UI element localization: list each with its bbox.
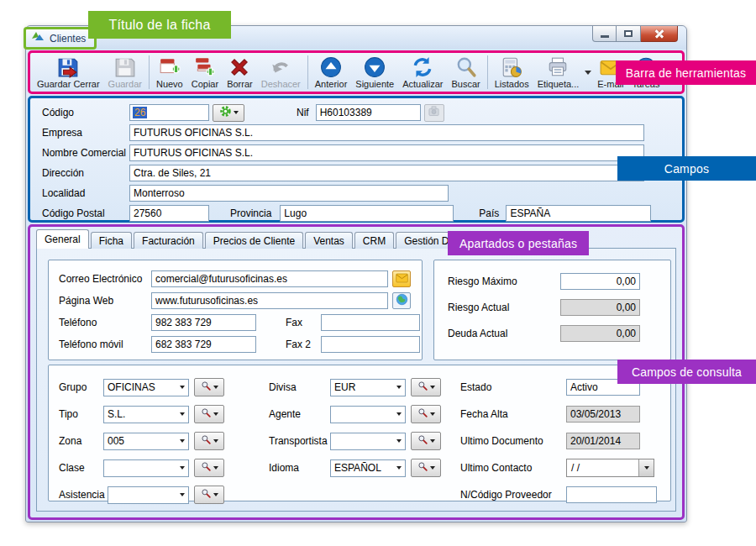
transportista-row: Transportista <box>269 428 441 454</box>
chevron-down-icon[interactable] <box>176 386 188 389</box>
ultimo-contacto-row: Ultimo Contacto / / <box>460 454 657 481</box>
tab-ventas[interactable]: Ventas <box>305 232 353 249</box>
tipo-combo[interactable]: S.L. <box>103 406 189 423</box>
asistencia-combo[interactable] <box>108 486 189 504</box>
chevron-down-icon <box>430 439 435 443</box>
magnifier-icon <box>417 381 428 394</box>
codigo-postal-input[interactable] <box>129 205 209 222</box>
magnifier-icon <box>201 488 212 501</box>
button-label: Guardar <box>108 79 142 89</box>
envelope-icon <box>396 273 408 286</box>
empresa-input[interactable] <box>129 124 644 141</box>
divisa-lookup-button[interactable] <box>411 378 441 396</box>
chevron-down-icon[interactable] <box>392 412 405 416</box>
correo-input[interactable] <box>151 270 388 287</box>
delete-button[interactable]: Borrar <box>223 53 257 92</box>
nombre-comercial-input[interactable] <box>129 144 644 161</box>
asistencia-lookup-button[interactable] <box>194 486 224 504</box>
contact-groupbox: Correo Electrónico Página Web Teléfono F… <box>48 260 423 360</box>
ultimo-contacto-datepicker[interactable]: / / <box>566 459 654 477</box>
transportista-lookup-button[interactable] <box>411 432 441 450</box>
reports-icon <box>501 56 522 78</box>
telefono-input[interactable] <box>151 314 256 331</box>
toolbar-separator <box>307 55 308 89</box>
close-button[interactable] <box>641 26 678 42</box>
new-button[interactable]: Nuevo <box>152 53 187 92</box>
tipo-lookup-button[interactable] <box>194 405 224 423</box>
codigo-options-button[interactable] <box>213 104 244 122</box>
grupo-label: Grupo <box>59 381 103 393</box>
movil-input[interactable] <box>151 336 256 353</box>
tab-ficha[interactable]: Ficha <box>91 232 132 249</box>
localidad-label: Localidad <box>42 187 129 199</box>
localidad-input[interactable] <box>129 185 449 202</box>
label-print-dropdown-icon[interactable] <box>585 71 591 75</box>
correo-row: Correo Electrónico <box>49 268 422 290</box>
idioma-combo[interactable]: ESPAÑOL <box>330 459 406 477</box>
save-close-button[interactable]: Guardar Cerrar <box>33 53 104 92</box>
fax2-input[interactable] <box>321 336 420 353</box>
send-email-button[interactable] <box>392 270 411 287</box>
chevron-down-icon[interactable] <box>176 493 188 496</box>
next-button[interactable]: Siguiente <box>351 53 398 92</box>
button-label: Nuevo <box>156 79 183 89</box>
grupo-combo[interactable]: OFICINAS <box>103 379 189 396</box>
search-button[interactable]: Buscar <box>447 53 484 92</box>
clase-lookup-button[interactable] <box>194 459 224 477</box>
fax-input[interactable] <box>321 314 420 331</box>
agente-lookup-button[interactable] <box>411 405 441 423</box>
grupo-lookup-button[interactable] <box>194 378 224 396</box>
agente-label: Agente <box>269 408 330 420</box>
ultimo-contacto-label: Ultimo Contacto <box>460 462 566 474</box>
reports-button[interactable]: Listados <box>491 53 533 92</box>
empresa-label: Empresa <box>42 127 129 139</box>
chevron-down-icon[interactable] <box>392 466 405 470</box>
transportista-combo[interactable] <box>330 433 406 450</box>
divisa-label: Divisa <box>269 381 330 393</box>
clase-combo[interactable] <box>103 459 189 477</box>
tab-facturacion[interactable]: Facturación <box>134 232 203 249</box>
magnifier-icon <box>417 434 428 448</box>
tab-precios-de-cliente[interactable]: Precios de Cliente <box>205 232 303 249</box>
tab-crm[interactable]: CRM <box>354 232 394 249</box>
provincia-input[interactable] <box>280 205 454 222</box>
chevron-down-icon <box>430 466 435 470</box>
zona-lookup-button[interactable] <box>194 432 224 450</box>
copy-button[interactable]: Copiar <box>187 53 223 92</box>
chevron-down-icon[interactable] <box>176 439 188 443</box>
window-title-tab: Clientes <box>24 27 97 50</box>
field-row-empresa: Empresa <box>42 123 682 143</box>
deuda-actual-row: Deuda Actual <box>434 320 670 346</box>
nif-input[interactable] <box>316 104 421 121</box>
divisa-combo[interactable]: EUR <box>330 379 406 396</box>
maximize-button[interactable] <box>617 26 641 42</box>
grupo-row: Grupo OFICINAS <box>59 374 224 401</box>
nif-photo-button[interactable] <box>424 104 444 122</box>
chevron-down-icon[interactable] <box>638 459 654 476</box>
idioma-lookup-button[interactable] <box>411 459 441 477</box>
refresh-button[interactable]: Actualizar <box>398 53 447 92</box>
asistencia-label: Asistencia <box>59 489 108 501</box>
previous-button[interactable]: Anterior <box>311 53 352 92</box>
direccion-input[interactable] <box>129 165 644 181</box>
save-button[interactable]: Guardar <box>104 53 146 92</box>
agente-combo[interactable] <box>330 406 406 423</box>
button-label: Copiar <box>192 79 218 89</box>
button-label: Actualizar <box>402 79 443 89</box>
pais-input[interactable] <box>506 205 651 222</box>
riesgo-maximo-input[interactable] <box>560 273 640 290</box>
chevron-down-icon[interactable] <box>392 439 405 443</box>
zona-combo[interactable]: 005 <box>103 433 189 450</box>
tab-general[interactable]: General <box>36 229 89 249</box>
magnifier-icon <box>201 461 212 475</box>
chevron-down-icon[interactable] <box>392 386 405 389</box>
minimize-button[interactable] <box>592 26 617 42</box>
web-input[interactable] <box>151 292 388 309</box>
chevron-down-icon[interactable] <box>176 412 188 416</box>
proveedor-input[interactable] <box>566 486 657 503</box>
open-web-button[interactable] <box>392 292 411 309</box>
undo-button[interactable]: Deshacer <box>257 53 305 92</box>
chevron-down-icon[interactable] <box>176 466 188 470</box>
label-print-button[interactable]: Etiqueta... <box>533 53 584 92</box>
codigo-input[interactable]: 26 <box>129 104 209 121</box>
